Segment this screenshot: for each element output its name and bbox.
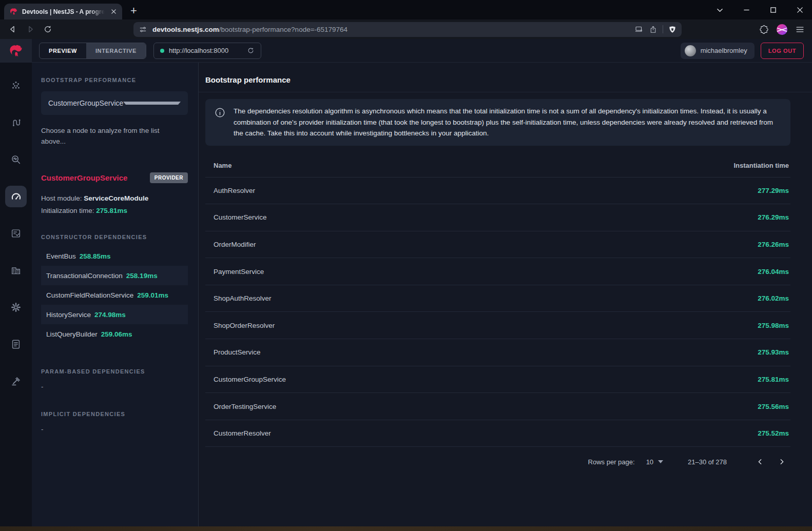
host-module-value: ServiceCoreModule (84, 194, 148, 202)
row-time: 276.04ms (758, 268, 789, 276)
profile-avatar[interactable] (776, 24, 788, 35)
table-row[interactable]: CustomerResolver 275.52ms (205, 420, 790, 447)
performance-icon[interactable] (5, 186, 27, 207)
main-content: Bootstrap performance The dependencies r… (199, 63, 812, 526)
bootstrap-panel: BOOTSTRAP PERFORMANCE CustomerGroupServi… (32, 63, 199, 526)
extensions-icon[interactable] (759, 25, 769, 34)
row-time: 276.29ms (758, 213, 789, 221)
nestjs-favicon-icon (9, 7, 18, 16)
minimize-icon[interactable] (739, 3, 753, 17)
table-header: Name Instantiation time (205, 154, 790, 178)
modules-icon[interactable] (5, 260, 27, 281)
inspector-icon[interactable] (5, 149, 27, 170)
devtools-app: PREVIEW INTERACTIVE http://localhost:800… (0, 39, 812, 526)
table-row[interactable]: AuthResolver 277.29ms (205, 178, 790, 205)
row-name: CustomerGroupService (214, 376, 286, 383)
back-icon[interactable] (5, 22, 21, 37)
table-row[interactable]: ProductService 275.93ms (205, 339, 790, 366)
desktop: Devtools | NestJS - A progressive + (0, 0, 812, 531)
page-title: Bootstrap performance (199, 63, 812, 84)
pagination-range: 21–30 of 278 (688, 458, 727, 466)
browser-tabstrip: Devtools | NestJS - A progressive + (0, 0, 812, 19)
dependency-item[interactable]: TransactionalConnection 258.19ms (41, 266, 188, 285)
settings-icon[interactable] (5, 297, 27, 318)
implicit-deps-empty: - (41, 425, 188, 433)
dependency-time: 259.01ms (137, 291, 168, 299)
target-url-field[interactable]: http://localhost:8000 (153, 43, 261, 59)
menu-icon[interactable] (795, 25, 805, 34)
dependency-item[interactable]: EventBus 258.85ms (41, 246, 188, 266)
implicit-deps-title: IMPLICIT DEPENDENCIES (41, 411, 188, 417)
share-icon[interactable] (649, 25, 658, 34)
forward-icon[interactable] (23, 22, 38, 37)
table-row[interactable]: ShopAuthResolver 276.02ms (205, 285, 790, 312)
row-time: 275.52ms (758, 429, 789, 437)
app-right: PREVIEW INTERACTIVE http://localhost:800… (32, 39, 812, 526)
row-name: CustomerResolver (214, 429, 271, 437)
tab-title: Devtools | NestJS - A progressive (22, 8, 105, 15)
audits-icon[interactable] (5, 223, 27, 244)
table-row[interactable]: OrderModifier 276.26ms (205, 231, 790, 259)
next-page-icon[interactable] (773, 453, 790, 470)
new-tab-button[interactable]: + (130, 4, 137, 17)
dependency-name: TransactionalConnection (46, 272, 123, 280)
user-avatar (685, 45, 696, 56)
constructor-deps-list: EventBus 258.85ms TransactionalConnectio… (41, 246, 188, 344)
node-name: CustomerGroupService (41, 173, 150, 182)
install-app-icon[interactable] (634, 25, 644, 34)
node-select[interactable]: CustomerGroupService (41, 91, 188, 115)
dependency-item[interactable]: HistoryService 274.98ms (41, 305, 188, 324)
site-settings-icon[interactable] (139, 25, 147, 34)
table-pagination: Rows per page: 10 21–30 of 278 (205, 447, 790, 477)
info-banner: The dependencies resolution algorithm is… (205, 99, 790, 146)
table-row[interactable]: OrderTestingService 275.56ms (205, 393, 790, 420)
url-domain: devtools.nestjs.com (152, 26, 219, 33)
row-name: AuthResolver (214, 187, 255, 194)
node-hint: Choose a node to analyze from the list a… (41, 125, 173, 147)
rows-per-page-label: Rows per page: (588, 458, 635, 466)
table-row[interactable]: ShopOrderResolver 275.98ms (205, 312, 790, 339)
graph-icon[interactable] (5, 75, 27, 96)
browser-toolbar: devtools.nestjs.com/bootstrap-performanc… (0, 19, 812, 39)
table-row[interactable]: PaymentService 276.04ms (205, 258, 790, 285)
panel-title: BOOTSTRAP PERFORMANCE (41, 77, 188, 83)
table-row[interactable]: CustomerService 276.29ms (205, 204, 790, 231)
user-pill[interactable]: michaelbromley (681, 43, 755, 59)
mode-switch: PREVIEW INTERACTIVE (39, 43, 146, 59)
column-name: Name (214, 162, 231, 169)
header-right: michaelbromley LOG OUT (681, 43, 804, 59)
brave-shield-icon[interactable] (668, 25, 676, 34)
previous-page-icon[interactable] (751, 453, 769, 470)
reload-icon[interactable] (40, 22, 55, 37)
close-icon[interactable] (792, 3, 807, 17)
dependency-item[interactable]: ListQueryBuilder 259.06ms (41, 324, 188, 344)
table-row[interactable]: CustomerGroupService 275.81ms (205, 366, 790, 394)
dependency-item[interactable]: CustomFieldRelationService 259.01ms (41, 285, 188, 305)
rail-icons (5, 75, 27, 392)
address-bar[interactable]: devtools.nestjs.com/bootstrap-performanc… (133, 22, 682, 37)
row-name: ShopAuthResolver (214, 294, 272, 302)
logout-button[interactable]: LOG OUT (761, 43, 804, 59)
chevron-down-icon (123, 102, 181, 105)
rows-per-page-select[interactable]: 10 (646, 458, 663, 466)
row-name: ProductService (214, 348, 261, 356)
routes-icon[interactable] (5, 112, 27, 133)
docs-icon[interactable] (5, 333, 27, 355)
desktop-wallpaper-strip (0, 526, 812, 531)
dependency-name: HistoryService (46, 311, 91, 319)
node-select-value: CustomerGroupService (48, 99, 123, 107)
interactive-button[interactable]: INTERACTIVE (86, 43, 146, 58)
row-name: PaymentService (214, 268, 264, 276)
browser-window: Devtools | NestJS - A progressive + (0, 0, 812, 526)
init-time-line: Initialization time: 275.81ms (41, 207, 188, 214)
sandbox-icon[interactable] (5, 370, 27, 392)
maximize-icon[interactable] (766, 3, 780, 17)
preview-button[interactable]: PREVIEW (40, 43, 86, 58)
tab-close-icon[interactable] (109, 7, 118, 16)
nestjs-logo[interactable] (0, 39, 32, 63)
url-path: /bootstrap-performance?node=-65179764 (219, 26, 347, 33)
browser-tab[interactable]: Devtools | NestJS - A progressive (4, 4, 122, 19)
main-scroll: The dependencies resolution algorithm is… (199, 92, 812, 477)
refresh-icon[interactable] (247, 47, 255, 54)
tab-search-icon[interactable] (712, 3, 727, 17)
